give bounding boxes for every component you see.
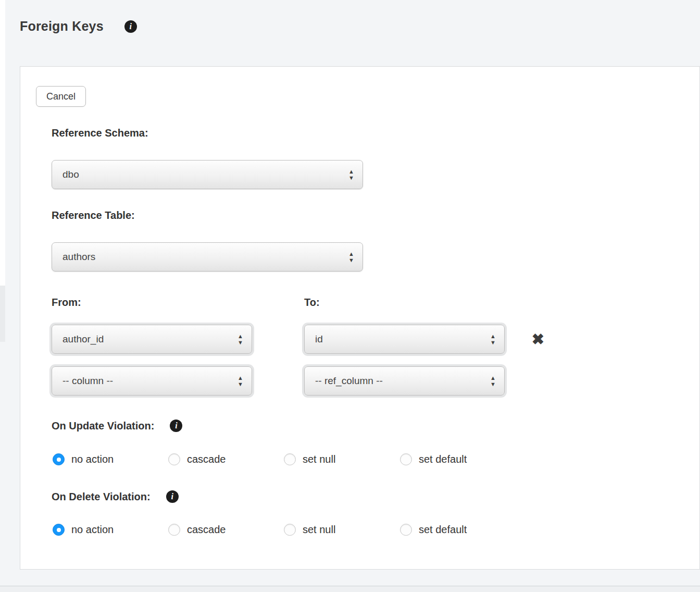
on-delete-radio-group: no action cascade set null set default bbox=[20, 524, 699, 538]
reference-schema-label: Reference Schema: bbox=[52, 127, 148, 139]
radio-dot bbox=[57, 458, 61, 462]
arrow-down-icon: ▼ bbox=[238, 381, 243, 387]
from-label: From: bbox=[52, 297, 81, 309]
arrow-down-icon: ▼ bbox=[238, 340, 243, 345]
radio-unchecked-icon bbox=[400, 524, 412, 536]
arrow-down-icon: ▼ bbox=[490, 381, 496, 387]
to-column-value: id bbox=[315, 334, 490, 345]
radio-unchecked-icon bbox=[168, 453, 180, 465]
radio-dot bbox=[57, 528, 61, 532]
foreign-key-editor-panel: Cancel Reference Schema: dbo ▲ ▼ Referen… bbox=[20, 66, 700, 570]
info-icon[interactable]: i bbox=[170, 420, 182, 432]
radio-unchecked-icon bbox=[400, 453, 412, 465]
on-update-radio-group: no action cascade set null set default bbox=[20, 453, 699, 468]
on-update-label-row: On Update Violation: i bbox=[52, 420, 182, 432]
select-arrows-icon: ▲ ▼ bbox=[238, 334, 243, 345]
radio-checked-icon bbox=[53, 524, 65, 536]
new-ref-column-select[interactable]: -- ref_column -- ▲ ▼ bbox=[304, 366, 505, 396]
radio-on-update-set-default[interactable]: set default bbox=[400, 453, 467, 465]
arrow-down-icon: ▼ bbox=[490, 340, 496, 345]
radio-on-update-no-action[interactable]: no action bbox=[53, 453, 114, 465]
radio-unchecked-icon bbox=[284, 453, 296, 465]
radio-on-delete-set-default[interactable]: set default bbox=[400, 524, 467, 536]
select-arrows-icon: ▲ ▼ bbox=[348, 169, 354, 180]
arrow-up-icon: ▲ bbox=[490, 375, 496, 380]
from-column-value: author_id bbox=[63, 334, 238, 345]
new-ref-column-placeholder: -- ref_column -- bbox=[315, 375, 490, 387]
radio-unchecked-icon bbox=[168, 524, 180, 536]
new-column-placeholder: -- column -- bbox=[63, 375, 238, 387]
info-icon[interactable]: i bbox=[166, 490, 179, 503]
select-arrows-icon: ▲ ▼ bbox=[490, 334, 496, 345]
arrow-down-icon: ▼ bbox=[348, 257, 354, 263]
page-title: Foreign Keys bbox=[20, 19, 104, 34]
remove-mapping-button[interactable]: ✖ bbox=[527, 325, 549, 354]
radio-label: no action bbox=[71, 524, 114, 536]
reference-schema-value: dbo bbox=[63, 169, 348, 180]
radio-label: set null bbox=[303, 453, 335, 465]
radio-label: cascade bbox=[187, 453, 226, 465]
select-arrows-icon: ▲ ▼ bbox=[490, 375, 496, 387]
page-header: Foreign Keys i bbox=[20, 19, 137, 34]
arrow-up-icon: ▲ bbox=[490, 334, 496, 339]
on-delete-label-row: On Delete Violation: i bbox=[52, 490, 179, 503]
cancel-button[interactable]: Cancel bbox=[36, 86, 86, 107]
info-icon[interactable]: i bbox=[124, 20, 137, 33]
radio-label: set default bbox=[419, 524, 467, 536]
select-arrows-icon: ▲ ▼ bbox=[348, 251, 354, 263]
reference-table-select[interactable]: authors ▲ ▼ bbox=[52, 242, 363, 272]
radio-on-update-set-null[interactable]: set null bbox=[284, 453, 335, 465]
select-arrows-icon: ▲ ▼ bbox=[238, 375, 243, 387]
reference-schema-select[interactable]: dbo ▲ ▼ bbox=[52, 160, 363, 189]
radio-unchecked-icon bbox=[284, 524, 296, 536]
bottom-divider-bar bbox=[0, 586, 700, 592]
arrow-down-icon: ▼ bbox=[348, 175, 354, 180]
radio-label: no action bbox=[71, 453, 114, 465]
from-column-select[interactable]: author_id ▲ ▼ bbox=[52, 325, 252, 354]
foreign-keys-page: Foreign Keys i Cancel Reference Schema: … bbox=[0, 0, 700, 592]
left-edge-panel-lower bbox=[0, 286, 5, 342]
radio-label: cascade bbox=[187, 524, 226, 536]
arrow-up-icon: ▲ bbox=[348, 251, 354, 256]
radio-label: set default bbox=[419, 453, 467, 465]
arrow-up-icon: ▲ bbox=[348, 169, 354, 174]
radio-on-delete-cascade[interactable]: cascade bbox=[168, 524, 226, 536]
radio-checked-icon bbox=[53, 453, 65, 465]
radio-label: set null bbox=[303, 524, 335, 536]
radio-on-update-cascade[interactable]: cascade bbox=[168, 453, 226, 465]
on-update-violation-label: On Update Violation: bbox=[52, 420, 154, 432]
arrow-up-icon: ▲ bbox=[238, 334, 243, 339]
to-column-select[interactable]: id ▲ ▼ bbox=[304, 325, 505, 354]
radio-on-delete-set-null[interactable]: set null bbox=[284, 524, 335, 536]
reference-table-label: Reference Table: bbox=[52, 209, 135, 221]
reference-table-value: authors bbox=[63, 251, 348, 263]
radio-on-delete-no-action[interactable]: no action bbox=[53, 524, 114, 536]
left-edge-panel bbox=[0, 0, 5, 286]
on-delete-violation-label: On Delete Violation: bbox=[52, 491, 151, 503]
new-column-select[interactable]: -- column -- ▲ ▼ bbox=[52, 366, 252, 396]
to-label: To: bbox=[304, 297, 320, 309]
arrow-up-icon: ▲ bbox=[238, 375, 243, 380]
